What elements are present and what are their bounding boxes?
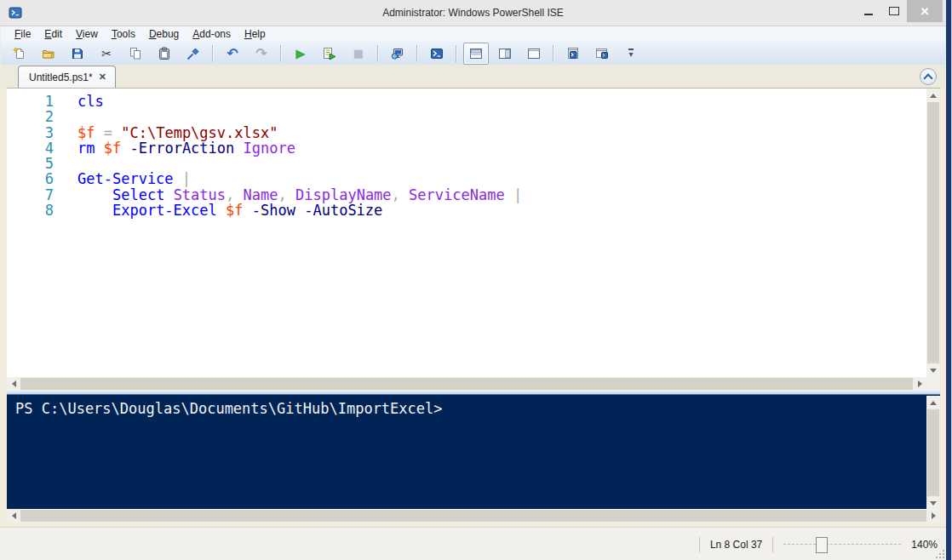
close-button[interactable]: ✕	[907, 0, 943, 22]
new-remote-powershell-tab-button[interactable]	[385, 43, 410, 65]
status-separator	[772, 537, 773, 552]
new-script-button[interactable]	[7, 43, 32, 65]
menu-edit[interactable]: Edit	[37, 27, 69, 41]
paste-button[interactable]	[152, 43, 177, 65]
toolbar: ✂↶↷▶■▾	[1, 42, 945, 66]
tab-close-icon[interactable]: ✕	[99, 72, 106, 82]
menu-tools[interactable]: Tools	[105, 27, 142, 41]
paste-icon	[158, 47, 171, 60]
scroll-up-button[interactable]	[926, 396, 940, 409]
editor-vertical-scrollbar[interactable]	[926, 89, 940, 377]
powershell-window-1-button[interactable]	[560, 43, 586, 65]
scrollbar-thumb[interactable]	[20, 510, 926, 522]
menu-help[interactable]: Help	[238, 27, 272, 41]
start-powershell-button[interactable]	[424, 43, 450, 65]
open-script-button[interactable]	[36, 43, 61, 65]
resize-grip[interactable]	[934, 548, 944, 558]
arrow-left-icon	[12, 380, 16, 387]
code-line: 2	[7, 109, 926, 124]
save-script-button[interactable]	[65, 43, 90, 65]
show-script-pane-right-button[interactable]	[492, 43, 518, 65]
console-vertical-scrollbar[interactable]	[926, 396, 940, 510]
clear-icon	[186, 47, 200, 60]
undo-button[interactable]: ↶	[220, 43, 245, 65]
code-text: rm $f -ErrorAction Ignore	[77, 140, 295, 156]
stop-operation-button[interactable]: ■	[346, 43, 371, 65]
redo-icon: ↷	[255, 47, 267, 60]
save-icon	[71, 47, 84, 60]
scrollbar-thumb[interactable]	[927, 409, 939, 496]
tab-bar: Untitled5.ps1* ✕	[1, 65, 945, 88]
tab-untitled5[interactable]: Untitled5.ps1* ✕	[18, 66, 116, 88]
minimize-button[interactable]	[856, 0, 881, 22]
scrollbar-thumb[interactable]	[20, 378, 913, 390]
code-line: 8 Export-Excel $f -Show -AutoSize	[7, 203, 926, 218]
powershell-icon	[430, 47, 444, 60]
show-script-pane-maximized-button[interactable]	[521, 43, 547, 65]
cut-icon: ✂	[101, 47, 112, 60]
close-icon: ✕	[920, 5, 930, 18]
ps-window-b-icon	[595, 47, 609, 60]
menu-debug[interactable]: Debug	[142, 27, 186, 41]
console-prompt[interactable]: PS C:\Users\Douglas\Documents\GitHub\Imp…	[7, 395, 940, 418]
scroll-left-button[interactable]	[7, 377, 20, 391]
script-editor-content[interactable]: 1cls23$f = "C:\Temp\gsv.xlsx"4rm $f -Err…	[7, 89, 926, 377]
arrow-up-icon	[930, 401, 937, 405]
console-horizontal-scrollbar[interactable]	[7, 509, 940, 523]
chevron-up-icon	[923, 73, 932, 83]
show-script-pane-top-button[interactable]	[463, 43, 489, 65]
run-selection-button[interactable]	[317, 43, 342, 65]
line-number: 3	[7, 125, 54, 140]
open-folder-icon	[42, 47, 55, 60]
clear-console-pane-button[interactable]	[181, 43, 206, 65]
powershell-window-2-button[interactable]	[589, 43, 615, 65]
line-number: 4	[7, 140, 54, 156]
scroll-right-button[interactable]	[913, 377, 926, 391]
scrollbar-thumb[interactable]	[927, 102, 939, 363]
arrow-left-icon	[12, 512, 16, 519]
scroll-right-button[interactable]	[926, 509, 940, 523]
line-number: 2	[7, 109, 54, 124]
line-number: 7	[7, 187, 54, 203]
copy-icon	[129, 47, 142, 60]
scroll-up-button[interactable]	[926, 89, 940, 102]
app-icon	[9, 6, 22, 20]
menu-add-ons[interactable]: Add-ons	[186, 27, 238, 41]
scroll-down-button[interactable]	[926, 363, 940, 377]
toolbar-overflow-button[interactable]: ▾	[618, 43, 644, 65]
toolbar-separator	[456, 45, 457, 62]
code-text: cls	[77, 94, 104, 109]
run-script-button[interactable]: ▶	[288, 43, 313, 65]
redo-button[interactable]: ↷	[249, 43, 274, 65]
code-line: 7 Select Status, Name, DisplayName, Serv…	[7, 187, 926, 203]
scroll-down-button[interactable]	[926, 496, 940, 510]
cut-button[interactable]: ✂	[94, 43, 119, 65]
editor-horizontal-scrollbar[interactable]	[7, 377, 926, 391]
toggle-script-pane-button[interactable]	[920, 68, 937, 85]
copy-button[interactable]	[123, 43, 148, 65]
overflow-icon: ▾	[628, 49, 633, 58]
toolbar-separator	[280, 45, 282, 62]
line-number: 1	[7, 94, 54, 109]
code-text: Get-Service |	[77, 171, 191, 186]
toolbar-separator	[212, 45, 214, 62]
console-pane[interactable]: PS C:\Users\Douglas\Documents\GitHub\Imp…	[7, 394, 940, 510]
maximize-button[interactable]	[881, 0, 907, 22]
status-separator	[699, 537, 700, 552]
menu-view[interactable]: View	[69, 27, 105, 41]
code-line: 6Get-Service |	[7, 171, 926, 186]
code-line: 1cls	[7, 94, 926, 109]
run-icon: ▶	[295, 47, 306, 60]
minimize-icon	[864, 14, 873, 15]
window-title: Administrator: Windows PowerShell ISE	[0, 7, 946, 19]
zoom-slider[interactable]	[783, 537, 901, 552]
line-number: 6	[7, 171, 54, 186]
script-pane: 1cls23$f = "C:\Temp\gsv.xlsx"4rm $f -Err…	[7, 88, 940, 391]
zoom-slider-thumb[interactable]	[816, 537, 828, 553]
toolbar-separator	[377, 45, 379, 62]
code-text: Select Status, Name, DisplayName, Servic…	[77, 187, 522, 203]
menu-file[interactable]: File	[8, 27, 37, 41]
zoom-slider-track[interactable]	[783, 544, 901, 545]
title-bar[interactable]: Administrator: Windows PowerShell ISE ✕	[0, 0, 946, 26]
scroll-left-button[interactable]	[7, 509, 20, 523]
